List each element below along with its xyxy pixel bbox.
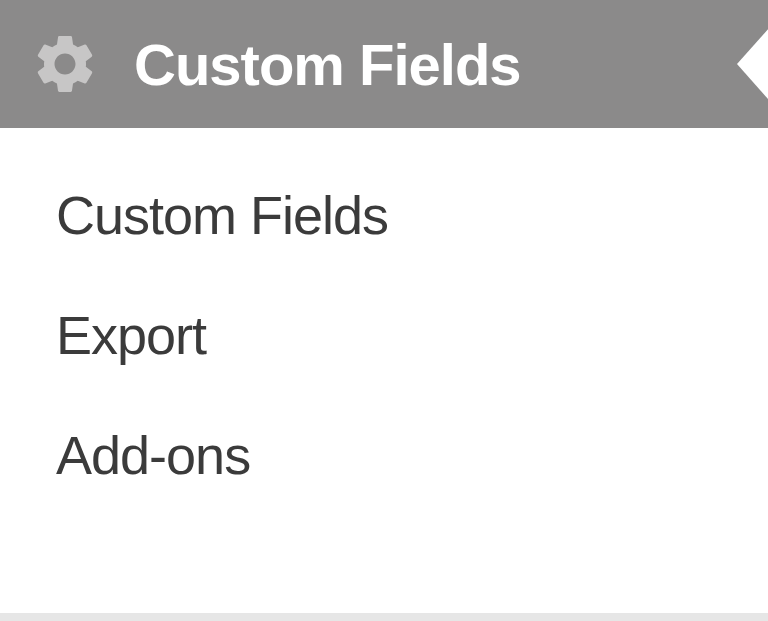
menu-header-label: Custom Fields xyxy=(134,31,521,98)
admin-menu: Custom Fields Custom Fields Export Add-o… xyxy=(0,0,768,621)
submenu-item-export[interactable]: Export xyxy=(56,304,768,366)
active-menu-pointer xyxy=(737,28,768,100)
menu-header-custom-fields[interactable]: Custom Fields xyxy=(0,0,768,128)
submenu-item-add-ons[interactable]: Add-ons xyxy=(56,424,768,486)
submenu: Custom Fields Export Add-ons xyxy=(0,128,768,621)
gear-icon xyxy=(30,29,100,99)
submenu-item-custom-fields[interactable]: Custom Fields xyxy=(56,184,768,246)
